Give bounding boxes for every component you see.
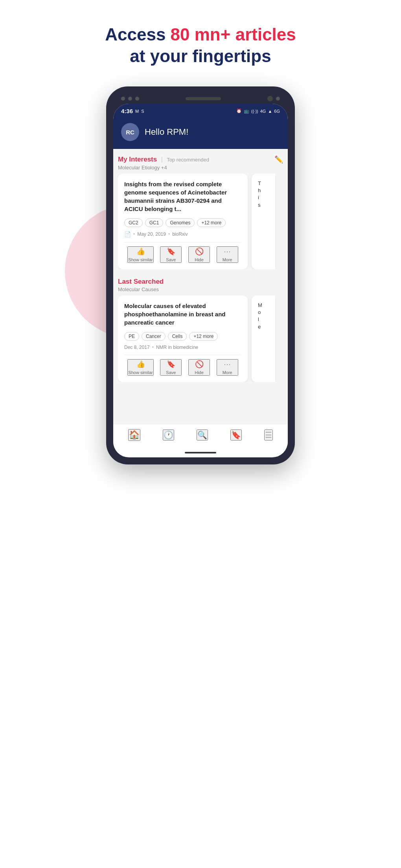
thumbs-up-icon: 👍 <box>136 247 145 256</box>
my-interests-section: My Interests | Top recommended ✏️ Molecu… <box>118 155 283 269</box>
camera-dot-2 <box>128 97 132 101</box>
article-card-1-partial: This <box>252 174 275 269</box>
save-icon-1: 🔖 <box>167 247 175 256</box>
card1-hide-btn[interactable]: 🚫 Hide <box>188 246 210 263</box>
card1-hide-label: Hide <box>195 257 204 262</box>
section1-top-recommended: Top recommended <box>167 157 209 163</box>
tag-cells[interactable]: Cells <box>168 332 187 341</box>
home-icon: 🏠 <box>129 430 140 440</box>
speaker-bar <box>186 97 221 100</box>
nav-history[interactable]: 🕐 <box>163 429 174 440</box>
camera-dot-1 <box>121 97 125 101</box>
tag-more-2[interactable]: +12 more <box>189 332 218 341</box>
status-4g-icon: 4G <box>260 109 266 114</box>
section1-separator: | <box>161 156 165 163</box>
phone-top-right <box>267 96 280 101</box>
tag-pe[interactable]: PE <box>124 332 139 341</box>
tag-cancer[interactable]: Cancer <box>142 332 166 341</box>
tag-genomes[interactable]: Genomes <box>166 218 195 227</box>
article-card-2-date: Dec 8, 2017 <box>124 345 150 350</box>
app-header: RC Hello RPM! <box>113 117 288 149</box>
card2-more-label: More <box>223 370 232 375</box>
nav-search[interactable]: 🔍 <box>197 429 208 440</box>
status-signal-icon: ▲ <box>268 109 272 114</box>
status-wifi-icon: ((·)) <box>251 109 258 114</box>
tag-gc1[interactable]: GC1 <box>145 218 164 227</box>
card2-save-label: Save <box>166 370 176 375</box>
edit-icon[interactable]: ✏️ <box>274 155 283 164</box>
section2-header: Last Searched Molecular Causes <box>118 278 283 292</box>
section1-subtitle: Molecular Etiology +4 <box>118 165 283 171</box>
meta-dot-1: • <box>133 231 135 237</box>
article-card-1: Insights from the revised complete genom… <box>118 174 248 269</box>
card2-actions: 👍 Show similar 🔖 Save 🚫 Hide <box>124 359 241 376</box>
article-card-1-source: bioRxiv <box>172 231 188 237</box>
status-skype-icon: S <box>141 109 144 114</box>
status-bar: 4:36 M S ⏰ 📺 ((·)) 4G ▲ 6G <box>113 104 288 117</box>
interests-cards-row: Insights from the revised complete genom… <box>118 174 283 269</box>
hero-highlight: 80 mn+ articles <box>171 25 296 44</box>
meta-dot-2: • <box>168 231 170 237</box>
more-icon-1: ⋯ <box>224 247 231 256</box>
card1-more-label: More <box>223 257 232 262</box>
save-icon-2: 🔖 <box>167 360 175 369</box>
avatar: RC <box>121 123 139 141</box>
hero-line1-static: Access <box>105 25 170 44</box>
card2-save-btn[interactable]: 🔖 Save <box>160 359 182 376</box>
article-card-2-partial: Mole <box>252 295 275 382</box>
hero-section: Access 80 mn+ articles at your fingertip… <box>105 24 296 67</box>
status-alarm-icon: ⏰ <box>236 108 242 114</box>
card2-hide-btn[interactable]: 🚫 Hide <box>188 359 210 376</box>
phone-top-left <box>121 97 139 101</box>
section2-subtitle: Molecular Causes <box>118 286 283 292</box>
article-card-1-title: Insights from the revised complete genom… <box>124 180 241 213</box>
nav-menu[interactable]: ☰ <box>264 429 273 440</box>
article-card-2: Molecular causes of elevated phosphoetha… <box>118 295 248 382</box>
card2-more-btn[interactable]: ⋯ More <box>217 359 238 376</box>
card1-show-similar-label: Show similar <box>128 257 153 262</box>
card2-show-similar-btn[interactable]: 👍 Show similar <box>127 359 153 376</box>
partial-text-1: This <box>258 180 269 209</box>
phone-wrapper: 4:36 M S ⏰ 📺 ((·)) 4G ▲ 6G RC Hello RPM! <box>96 86 305 464</box>
hero-line2: at your fingertips <box>105 45 296 67</box>
menu-icon: ☰ <box>265 430 272 440</box>
card1-save-btn[interactable]: 🔖 Save <box>160 246 182 263</box>
status-cast-icon: 📺 <box>244 108 249 114</box>
article-card-2-meta: Dec 8, 2017 • NMR in biomedicine <box>124 345 241 350</box>
status-gmail-icon: M <box>135 109 139 114</box>
status-right: ⏰ 📺 ((·)) 4G ▲ 6G <box>236 108 280 114</box>
more-icon-2: ⋯ <box>224 360 231 369</box>
article-card-1-meta: 📄 • May 20, 2019 • bioRxiv <box>124 231 241 237</box>
phone-hardware-bar <box>113 94 288 104</box>
phone-screen: 4:36 M S ⏰ 📺 ((·)) 4G ▲ 6G RC Hello RPM! <box>113 104 288 457</box>
section2-title: Last Searched <box>118 278 164 285</box>
card2-show-similar-label: Show similar <box>128 370 153 375</box>
status-6g-icon: 6G <box>274 109 280 114</box>
nav-home[interactable]: 🏠 <box>128 429 140 441</box>
tag-gc2[interactable]: GC2 <box>124 218 143 227</box>
card1-save-label: Save <box>166 257 176 262</box>
pdf-icon-1: 📄 <box>124 231 131 237</box>
status-left: 4:36 M S <box>121 108 144 114</box>
camera-dot-3 <box>135 97 139 101</box>
phone-bottom-indicator <box>113 444 288 457</box>
search-icon: 🔍 <box>197 430 207 440</box>
hide-icon-1: 🚫 <box>195 247 204 256</box>
article-card-1-tags: GC2 GC1 Genomes +12 more <box>124 218 241 227</box>
hero-line1: Access 80 mn+ articles <box>105 24 296 45</box>
section1-header: My Interests | Top recommended ✏️ Molecu… <box>118 155 283 171</box>
thumbs-up-icon-2: 👍 <box>136 360 145 369</box>
saved-icon: 🔖 <box>231 430 241 440</box>
article-card-1-date: May 20, 2019 <box>137 231 166 237</box>
meta-dot-3: • <box>152 345 154 350</box>
card1-show-similar-btn[interactable]: 👍 Show similar <box>127 246 153 263</box>
hide-icon-2: 🚫 <box>195 360 204 369</box>
card1-more-btn[interactable]: ⋯ More <box>217 246 238 263</box>
section1-title: My Interests <box>118 156 157 163</box>
content-area: My Interests | Top recommended ✏️ Molecu… <box>113 149 288 424</box>
nav-saved[interactable]: 🔖 <box>230 429 242 440</box>
greeting-text: Hello RPM! <box>145 127 188 137</box>
card1-divider <box>124 242 241 242</box>
tag-more-1[interactable]: +12 more <box>197 218 226 227</box>
section1-title-row: My Interests | Top recommended <box>118 156 209 163</box>
